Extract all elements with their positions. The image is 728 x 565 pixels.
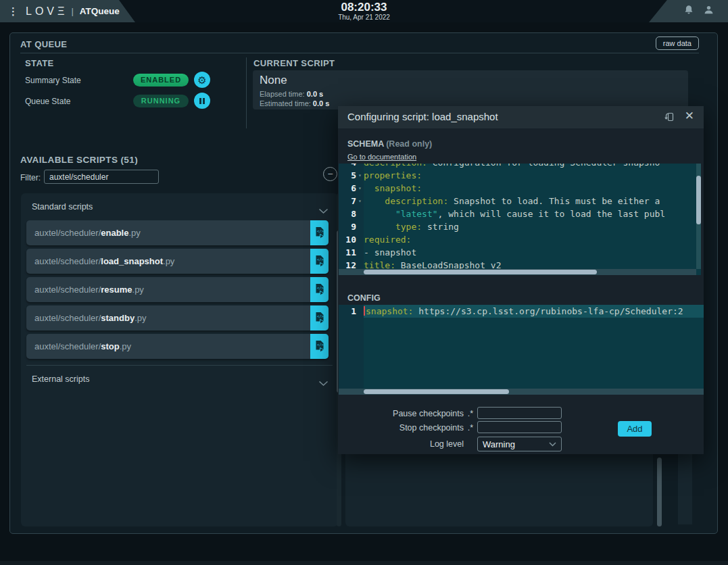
love-atqueue-app: ⋮ LOVΞ | ATQueue 08:20:33 Thu, Apr 21 20… — [0, 0, 728, 565]
config-section-title: CONFIG — [347, 293, 381, 303]
log-level-select[interactable]: Warning — [477, 437, 562, 451]
svg-text:</>: </> — [317, 257, 324, 262]
stop-checkpoints-input[interactable] — [477, 421, 562, 433]
code-line: 6▾ snapshot: — [339, 182, 696, 195]
schema-section-title: SCHEMA (Read only) — [347, 139, 432, 149]
launch-script-button[interactable]: </> — [310, 277, 329, 302]
notifications-bell-icon[interactable] — [683, 5, 694, 18]
waiting-scripts-scrollbar[interactable] — [657, 458, 662, 526]
code-line: 1snapshot: https://s3.cp.lsst.org/rubino… — [339, 305, 704, 318]
schema-horizontal-scrollbar[interactable] — [339, 269, 696, 275]
navbar-left-tab: ⋮ LOVΞ | ATQueue — [0, 0, 135, 22]
app-title: ATQueue — [80, 6, 120, 16]
chevron-down-icon[interactable] — [318, 205, 329, 217]
script-list-item[interactable]: auxtel/scheduler/resume.py</> — [26, 277, 329, 302]
collapse-panel-icon[interactable]: − — [323, 167, 337, 181]
code-line: 8 "latest", which will cause it to load … — [339, 207, 696, 220]
queue-state-badge: RUNNING — [133, 95, 189, 107]
clock: 08:20:33 Thu, Apr 21 2022 — [338, 1, 390, 21]
documentation-link[interactable]: Go to documentation — [347, 153, 416, 161]
add-script-button[interactable]: Add — [618, 421, 652, 437]
bottom-strip — [0, 561, 728, 565]
launch-script-button[interactable]: </> — [310, 220, 329, 245]
available-scripts-title: AVAILABLE SCRIPTS (51) — [20, 155, 138, 165]
script-list-item[interactable]: auxtel/scheduler/standby.py</> — [26, 305, 329, 330]
current-script-title: CURRENT SCRIPT — [253, 58, 335, 68]
header-divider — [20, 53, 699, 53]
config-horizontal-scrollbar[interactable] — [339, 389, 704, 395]
external-scripts-group[interactable]: External scripts — [32, 374, 89, 384]
script-rows: auxtel/scheduler/enable.py</>auxtel/sche… — [26, 220, 329, 359]
script-list-item[interactable]: auxtel/scheduler/load_snapshot.py</> — [26, 249, 329, 274]
love-logo: LOVΞ — [26, 5, 68, 18]
menu-icon[interactable]: ⋮ — [8, 6, 18, 16]
detach-window-icon[interactable] — [662, 112, 675, 124]
schema-code: 4description: Configuration for loading … — [339, 164, 696, 269]
script-path: auxtel/scheduler/stop.py — [26, 341, 131, 351]
chevron-down-icon[interactable] — [318, 377, 329, 389]
clock-time: 08:20:33 — [338, 1, 390, 14]
chevron-down-icon — [549, 442, 556, 447]
text-caret — [364, 306, 365, 316]
scripts-list-panel: Standard scripts auxtel/scheduler/enable… — [21, 193, 338, 526]
code-line: 11- snapshot — [339, 246, 696, 259]
code-line: 9 type: string — [339, 220, 696, 233]
script-list-item[interactable]: auxtel/scheduler/enable.py</> — [26, 220, 329, 245]
state-divider — [246, 57, 247, 128]
filter-input[interactable] — [44, 170, 159, 184]
code-line: 4description: Configuration for loading … — [339, 164, 696, 169]
svg-text:</>: </> — [317, 314, 324, 318]
state-section-title: STATE — [25, 58, 54, 68]
scrollbar-thumb[interactable] — [364, 389, 509, 394]
schema-code-editor[interactable]: 4description: Configuration for loading … — [339, 164, 701, 275]
current-script-card: None Elapsed time: 0.0 s Estimated time:… — [253, 70, 688, 109]
code-line: 7▾ description: Snapshot to load. This m… — [339, 195, 696, 207]
log-level-value: Warning — [483, 439, 549, 449]
launch-script-button[interactable]: </> — [310, 305, 329, 330]
logo-separator: | — [71, 6, 73, 16]
schema-vertical-scrollbar[interactable] — [696, 164, 701, 269]
page-title: AT QUEUE — [20, 39, 67, 49]
script-path: auxtel/scheduler/standby.py — [26, 313, 146, 323]
estimated-time: Estimated time: 0.0 s — [260, 99, 329, 107]
group-divider — [26, 365, 333, 366]
queue-state-label: Queue State — [25, 97, 70, 106]
svg-text:</>: </> — [317, 343, 324, 347]
close-icon[interactable]: ✕ — [685, 109, 694, 123]
script-path: auxtel/scheduler/enable.py — [26, 228, 141, 238]
svg-text:</>: </> — [317, 229, 324, 233]
summary-state-badge: ENABLED — [133, 74, 189, 87]
filter-label: Filter: — [20, 173, 41, 182]
standard-scripts-group[interactable]: Standard scripts — [32, 202, 93, 212]
script-path: auxtel/scheduler/load_snapshot.py — [26, 256, 174, 266]
current-script-name: None — [260, 74, 287, 87]
svg-text:</>: </> — [317, 286, 324, 290]
script-list-item[interactable]: auxtel/scheduler/stop.py</> — [26, 334, 329, 359]
pause-icon — [199, 98, 205, 104]
code-line: 5▾properties: — [339, 169, 696, 182]
config-code: 1snapshot: https://s3.cp.lsst.org/rubino… — [339, 305, 704, 389]
gear-icon: ⚙ — [197, 75, 206, 85]
clock-date: Thu, Apr 21 2022 — [338, 14, 390, 21]
launch-script-button[interactable]: </> — [310, 249, 329, 274]
navbar-right-tab — [649, 0, 728, 22]
code-line: 12title: BaseLoadSnapshot v2 — [339, 259, 696, 269]
summary-state-label: Summary State — [25, 76, 81, 85]
pause-checkpoints-input[interactable] — [477, 407, 562, 419]
summary-state-settings-button[interactable]: ⚙ — [194, 72, 210, 88]
configure-script-modal: Configuring script: load_snapshot ✕ SCHE… — [338, 106, 704, 454]
log-level-label: Log level — [379, 439, 473, 449]
raw-data-button[interactable]: raw data — [656, 36, 699, 50]
config-code-editor[interactable]: 1snapshot: https://s3.cp.lsst.org/rubino… — [339, 305, 704, 395]
user-account-icon[interactable] — [703, 5, 714, 18]
launch-script-button[interactable]: </> — [310, 334, 329, 359]
modal-title: Configuring script: load_snapshot — [347, 111, 498, 122]
pause-checkpoints-label: Pause checkpoints.* — [379, 409, 473, 418]
top-navbar: ⋮ LOVΞ | ATQueue 08:20:33 Thu, Apr 21 20… — [0, 0, 728, 22]
scrollbar-thumb[interactable] — [364, 270, 597, 274]
elapsed-time: Elapsed time: 0.0 s — [260, 90, 323, 98]
code-line: 10required: — [339, 233, 696, 246]
scrollbar-thumb[interactable] — [696, 176, 701, 224]
pause-queue-button[interactable] — [194, 93, 210, 109]
script-path: auxtel/scheduler/resume.py — [26, 285, 144, 295]
